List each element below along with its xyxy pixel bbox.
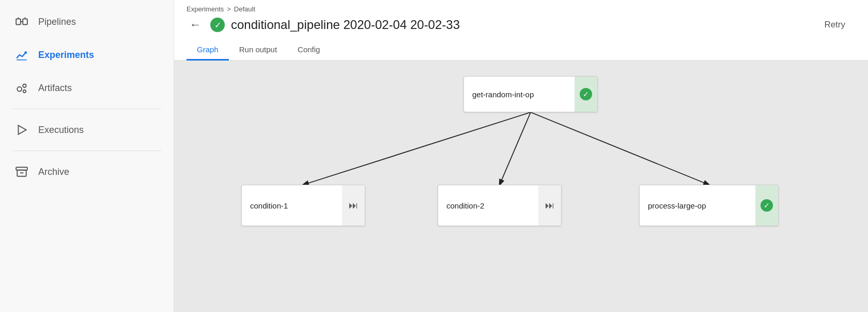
executions-icon xyxy=(14,123,29,137)
node-side-success: ✓ xyxy=(755,185,778,226)
breadcrumb-current: Default xyxy=(234,5,255,13)
sidebar-item-archive[interactable]: Archive xyxy=(0,155,174,188)
experiments-icon xyxy=(14,48,29,62)
artifacts-icon xyxy=(14,81,29,95)
svg-line-11 xyxy=(500,112,531,185)
node-side-skip: ⏭ xyxy=(342,185,365,226)
sidebar-item-artifacts[interactable]: Artifacts xyxy=(0,71,174,105)
tabs: Graph Run output Config xyxy=(187,40,856,60)
svg-marker-6 xyxy=(19,125,26,134)
main-content: Experiments > Default ← ✓ conditional_pi… xyxy=(174,0,868,312)
svg-rect-1 xyxy=(23,19,27,25)
node-label: condition-2 xyxy=(438,185,538,226)
breadcrumb-separator: > xyxy=(227,5,231,13)
node-get-random-int-op[interactable]: get-random-int-op ✓ xyxy=(463,76,598,112)
pipelines-icon xyxy=(14,14,29,29)
sidebar-item-experiments[interactable]: Experiments xyxy=(0,38,174,71)
sidebar-item-label: Archive xyxy=(38,167,69,177)
svg-line-12 xyxy=(531,112,709,185)
node-side-skip: ⏭ xyxy=(538,185,561,226)
sidebar-divider-2 xyxy=(12,151,161,151)
breadcrumb-parent: Experiments xyxy=(187,5,224,13)
node-condition-1[interactable]: condition-1 ⏭ xyxy=(241,185,365,226)
back-button[interactable]: ← xyxy=(187,17,204,33)
sidebar-item-label: Artifacts xyxy=(38,83,72,94)
sidebar-item-label: Pipelines xyxy=(38,17,76,27)
node-label: get-random-int-op xyxy=(464,77,575,112)
breadcrumb: Experiments > Default xyxy=(187,5,856,13)
node-side-success: ✓ xyxy=(575,77,597,112)
graph-area: get-random-int-op ✓ condition-1 ⏭ condit… xyxy=(174,61,868,312)
svg-point-4 xyxy=(23,84,26,87)
svg-point-3 xyxy=(17,87,22,92)
sidebar: Pipelines Experiments Artifacts xyxy=(0,0,174,312)
run-status-icon: ✓ xyxy=(210,18,225,32)
node-process-large-op[interactable]: process-large-op ✓ xyxy=(639,185,779,226)
archive-icon xyxy=(14,165,29,179)
sidebar-divider-1 xyxy=(12,109,161,109)
node-success-icon: ✓ xyxy=(580,88,592,100)
svg-point-5 xyxy=(23,90,26,93)
sidebar-item-label: Executions xyxy=(38,125,84,136)
page-header: Experiments > Default ← ✓ conditional_pi… xyxy=(174,0,868,61)
svg-rect-0 xyxy=(16,19,21,25)
sidebar-item-label: Experiments xyxy=(38,50,94,61)
tab-config[interactable]: Config xyxy=(287,40,330,61)
title-row: ← ✓ conditional_pipeline 2020-02-04 20-0… xyxy=(187,17,856,33)
skip-icon: ⏭ xyxy=(349,200,358,211)
node-condition-2[interactable]: condition-2 ⏭ xyxy=(438,185,562,226)
tab-graph[interactable]: Graph xyxy=(187,40,229,61)
sidebar-item-executions[interactable]: Executions xyxy=(0,113,174,146)
sidebar-item-pipelines[interactable]: Pipelines xyxy=(0,5,174,38)
svg-line-10 xyxy=(303,112,531,185)
title-left: ← ✓ conditional_pipeline 2020-02-04 20-0… xyxy=(187,17,460,33)
node-label: process-large-op xyxy=(640,185,755,226)
node-success-icon: ✓ xyxy=(761,199,773,212)
skip-icon: ⏭ xyxy=(545,200,554,211)
tab-run-output[interactable]: Run output xyxy=(229,40,287,61)
retry-button[interactable]: Retry xyxy=(818,18,851,32)
node-label: condition-1 xyxy=(242,185,342,226)
page-title: conditional_pipeline 2020-02-04 20-02-33 xyxy=(231,18,460,32)
